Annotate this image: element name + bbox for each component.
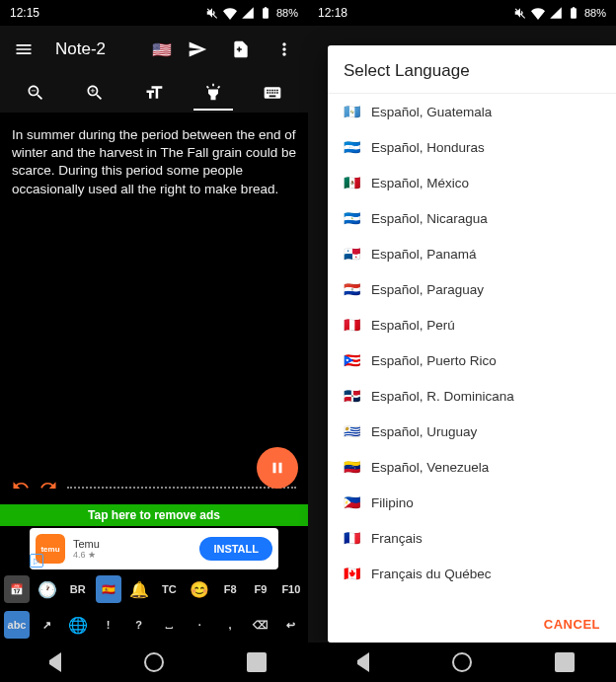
kbd-key[interactable]: ,: [217, 611, 243, 639]
language-item[interactable]: 🇵🇦Español, Panamá: [328, 236, 616, 271]
language-item[interactable]: 🇵🇾Español, Paraguay: [328, 271, 616, 307]
undo-button[interactable]: [12, 477, 30, 498]
ad-rating: 4.6 ★: [73, 550, 192, 560]
signal-icon: [549, 6, 563, 20]
language-name: Español, Guatemala: [371, 105, 492, 119]
menu-button[interactable]: [6, 32, 41, 67]
flag-icon: 🇵🇭: [344, 494, 361, 510]
kbd-key[interactable]: F9: [248, 575, 273, 603]
timeline[interactable]: [67, 487, 296, 489]
language-flag[interactable]: 🇺🇸: [152, 40, 172, 59]
status-time: 12:15: [10, 6, 39, 20]
kbd-key[interactable]: F10: [278, 575, 304, 603]
battery-pct: 88%: [276, 7, 298, 19]
ad-banner[interactable]: temu Temu 4.6 ★ INSTALL: [30, 528, 278, 569]
keyboard-row-2: abc↗🌐!?⎵·,⌫↩: [0, 607, 308, 643]
flag-icon: 🇲🇽: [344, 175, 361, 190]
toolbar: [0, 73, 308, 113]
language-item[interactable]: 🇵🇷Español, Puerto Rico: [328, 342, 616, 378]
highlight-button[interactable]: [193, 75, 233, 111]
keyboard-button[interactable]: [253, 75, 292, 111]
ad-install-button[interactable]: INSTALL: [199, 537, 272, 561]
flag-icon: 🇳🇮: [344, 210, 361, 226]
language-name: Français du Québec: [371, 567, 492, 581]
zoom-in-button[interactable]: [75, 75, 115, 111]
battery-pct: 88%: [584, 7, 606, 19]
language-name: Español, Paraguay: [371, 282, 484, 297]
flag-icon: 🇻🇪: [344, 459, 361, 475]
kbd-key[interactable]: 📅: [4, 575, 30, 603]
wifi-icon: [531, 6, 545, 20]
mute-icon: [205, 6, 219, 20]
nav-back[interactable]: [349, 652, 369, 672]
kbd-key[interactable]: !: [96, 611, 121, 639]
kbd-key[interactable]: ↩: [278, 611, 304, 639]
kbd-key[interactable]: ↗: [35, 611, 60, 639]
nav-bar: [308, 643, 616, 682]
wifi-icon: [223, 6, 237, 20]
nav-home[interactable]: [144, 652, 164, 672]
redo-button[interactable]: [39, 477, 57, 498]
flag-icon: 🇫🇷: [344, 530, 361, 546]
kbd-key[interactable]: 🕐: [35, 575, 60, 603]
app-bar: Note-2 🇺🇸: [0, 26, 308, 73]
nav-recent[interactable]: [247, 652, 267, 672]
status-bar: 12:18 88%: [308, 0, 616, 26]
zoom-out-button[interactable]: [16, 75, 55, 111]
language-name: Français: [371, 531, 423, 546]
new-note-button[interactable]: [223, 32, 259, 67]
kbd-key[interactable]: 😊: [187, 575, 212, 603]
flag-icon: 🇨🇦: [344, 566, 361, 581]
note-title: Note-2: [55, 39, 144, 59]
nav-recent[interactable]: [555, 652, 575, 672]
language-name: Español, Perú: [371, 318, 455, 333]
flag-icon: 🇵🇪: [344, 317, 361, 333]
language-item[interactable]: 🇩🇴Español, R. Dominicana: [328, 378, 616, 414]
flag-icon: 🇩🇴: [344, 388, 361, 404]
nav-back[interactable]: [41, 652, 61, 672]
status-time: 12:18: [318, 6, 347, 20]
kbd-key[interactable]: ⎵: [156, 611, 182, 639]
kbd-key[interactable]: ⌫: [248, 611, 273, 639]
flag-icon: 🇵🇾: [344, 281, 361, 297]
kbd-key[interactable]: 🇪🇸: [96, 575, 121, 603]
language-name: Español, Nicaragua: [371, 211, 488, 226]
language-name: Filipino: [371, 495, 414, 510]
kbd-key[interactable]: BR: [65, 575, 91, 603]
language-item[interactable]: 🇳🇮Español, Nicaragua: [328, 200, 616, 236]
kbd-key[interactable]: 🔔: [126, 575, 152, 603]
more-button[interactable]: [267, 32, 302, 67]
kbd-key[interactable]: 🌐: [65, 611, 91, 639]
ad-badge: ▷: [30, 554, 43, 568]
language-dialog: Select Language 🇬🇹Español, Guatemala🇭🇳Es…: [328, 45, 616, 643]
language-name: Español, Venezuela: [371, 460, 489, 475]
ad-app-name: Temu: [73, 538, 192, 550]
pause-fab[interactable]: [257, 447, 298, 489]
remove-ads-banner[interactable]: Tap here to remove ads: [0, 504, 308, 526]
nav-home[interactable]: [452, 652, 472, 672]
language-item[interactable]: 🇺🇾Español, Uruguay: [328, 414, 616, 449]
language-item[interactable]: 🇵🇭Filipino: [328, 485, 616, 520]
text-size-button[interactable]: [134, 75, 174, 111]
kbd-key[interactable]: TC: [156, 575, 182, 603]
language-name: Español, Uruguay: [371, 424, 477, 439]
language-item[interactable]: 🇨🇦Français du Québec: [328, 556, 616, 591]
right-phone: 12:18 88% 10 Select Language 🇬🇹Español, …: [308, 0, 616, 682]
language-item[interactable]: 🇲🇽Español, México: [328, 165, 616, 200]
kbd-key[interactable]: F8: [217, 575, 243, 603]
language-item[interactable]: 🇭🇳Español, Honduras: [328, 129, 616, 165]
cancel-button[interactable]: CANCEL: [544, 617, 600, 632]
language-item[interactable]: 🇵🇪Español, Perú: [328, 307, 616, 342]
mute-icon: [513, 6, 527, 20]
ad-text: Temu 4.6 ★: [73, 538, 192, 560]
send-button[interactable]: [180, 32, 215, 67]
note-content[interactable]: In summer during the period between the …: [0, 113, 308, 471]
language-name: Español, Panamá: [371, 247, 477, 262]
language-item[interactable]: 🇫🇷Français: [328, 520, 616, 556]
kbd-key[interactable]: ?: [126, 611, 152, 639]
kbd-key[interactable]: ·: [187, 611, 212, 639]
language-item[interactable]: 🇬🇹Español, Guatemala: [328, 94, 616, 129]
language-list[interactable]: 🇬🇹Español, Guatemala🇭🇳Español, Honduras🇲…: [328, 94, 616, 605]
kbd-key[interactable]: abc: [4, 611, 30, 639]
language-item[interactable]: 🇻🇪Español, Venezuela: [328, 449, 616, 485]
